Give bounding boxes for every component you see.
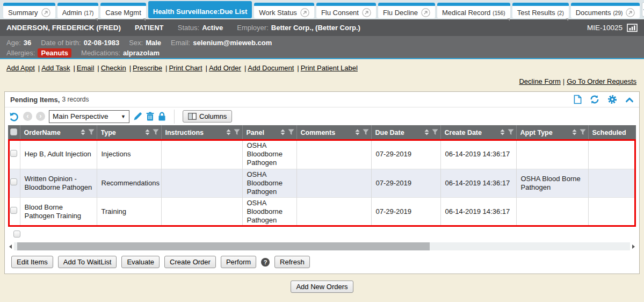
scrollbar-thumb[interactable] — [17, 242, 430, 250]
refresh-button[interactable]: Refresh — [274, 256, 310, 268]
lock-icon[interactable] — [158, 112, 166, 121]
collapse-chevron-icon[interactable] — [625, 97, 634, 103]
columns-button[interactable]: Columns — [183, 110, 232, 123]
tab-corner-fold-icon — [143, 18, 146, 21]
tab-medical-record[interactable]: Medical Record (156) — [437, 3, 510, 18]
sort-icon[interactable] — [500, 129, 505, 137]
add-task-link[interactable]: Add Task — [41, 64, 77, 72]
horizontal-scrollbar[interactable] — [9, 242, 635, 250]
column-header-panel[interactable]: Panel — [242, 125, 296, 140]
filter-icon[interactable] — [580, 129, 586, 137]
sort-icon[interactable] — [280, 129, 285, 137]
help-icon[interactable]: ? — [261, 258, 270, 267]
filter-icon[interactable] — [432, 129, 438, 137]
tab-work-status[interactable]: Work Status — [254, 3, 314, 18]
refresh-icon[interactable] — [590, 95, 599, 104]
undo-icon[interactable] — [9, 112, 19, 121]
sort-icon[interactable] — [355, 129, 360, 137]
trash-icon[interactable] — [146, 112, 154, 121]
tab-summary[interactable]: Summary — [3, 3, 55, 18]
pending-items-table: OrderName Type Instructions Panel Commen… — [8, 125, 636, 226]
new-document-icon[interactable] — [574, 95, 582, 104]
tab-overflow-button[interactable] — [642, 2, 644, 17]
checkin-link[interactable]: Checkin — [101, 64, 133, 72]
column-header-due-date[interactable]: Due Date — [371, 125, 440, 140]
filter-icon[interactable] — [88, 129, 95, 137]
scroll-right-arrow[interactable] — [632, 245, 635, 249]
sort-icon[interactable] — [572, 129, 577, 137]
column-header-type[interactable]: Type — [97, 125, 161, 140]
filter-icon[interactable] — [363, 129, 369, 137]
sort-icon[interactable] — [424, 129, 429, 137]
row-checkbox[interactable] — [10, 150, 17, 157]
tab-flu-decline[interactable]: Flu Decline — [378, 3, 435, 18]
patient-header-bar: ANDERSON, FREDERICK (FRED) PATIENT Statu… — [0, 19, 644, 36]
bar-chart-icon[interactable] — [627, 24, 638, 32]
history-forward-icon[interactable]: › — [36, 112, 45, 121]
sort-icon[interactable] — [145, 129, 150, 137]
column-header-scheduled[interactable]: Scheduled — [588, 125, 636, 140]
cell-instructions — [161, 140, 242, 169]
open-in-new-icon[interactable] — [626, 8, 635, 17]
print-patient-label-link[interactable]: Print Patient Label — [301, 64, 358, 72]
add-new-orders-button[interactable]: Add New Orders — [291, 281, 353, 293]
perform-button[interactable]: Perform — [221, 256, 256, 268]
create-order-button[interactable]: Create Order — [164, 256, 216, 268]
filter-icon[interactable] — [234, 129, 240, 137]
gear-icon[interactable] — [607, 95, 617, 104]
select-all-header-cell — [8, 125, 20, 140]
tab-flu-consent[interactable]: Flu Consent — [316, 3, 376, 18]
column-header-comments[interactable]: Comments — [296, 125, 371, 140]
add-order-link[interactable]: Add Order — [209, 64, 248, 72]
toolbar-divider — [174, 110, 175, 124]
filter-icon[interactable] — [288, 129, 294, 137]
edit-pencil-icon[interactable] — [133, 112, 142, 121]
grid-action-buttons: Edit Items Add To WaitList Evaluate Crea… — [5, 250, 639, 274]
tab-documents[interactable]: Documents (29) — [571, 3, 640, 18]
cell-create-date: 06-14-2019 14:36:17 — [440, 140, 516, 169]
column-header-create-date[interactable]: Create Date — [440, 125, 516, 140]
decline-form-link[interactable]: Decline Form — [519, 77, 560, 85]
tab-case-mgmt[interactable]: Case Mgmt — [100, 3, 146, 18]
table-row: Blood Borne Pathogen Training Training O… — [8, 197, 636, 226]
column-header-ordername[interactable]: OrderName — [20, 125, 97, 140]
scroll-left-arrow[interactable] — [9, 245, 12, 249]
open-in-new-icon[interactable] — [362, 8, 371, 17]
select-all-checkbox[interactable] — [10, 128, 17, 135]
add-document-link[interactable]: Add Document — [248, 64, 300, 72]
cell-type: Recommendations — [97, 169, 161, 197]
prescribe-link[interactable]: Prescribe — [133, 64, 169, 72]
evaluate-button[interactable]: Evaluate — [121, 256, 160, 268]
column-header-appt-type[interactable]: Appt Type — [516, 125, 588, 140]
filter-icon[interactable] — [153, 129, 159, 137]
cell-panel: OSHA Bloodborne Pathogen — [242, 197, 296, 226]
history-back-icon[interactable]: ‹ — [23, 112, 32, 121]
row-checkbox[interactable] — [10, 207, 17, 214]
open-in-new-icon[interactable] — [41, 8, 50, 17]
table-row: Hep B, Adult Injection Injections OSHA B… — [8, 140, 636, 169]
print-chart-link[interactable]: Print Chart — [169, 64, 209, 72]
email-link[interactable]: Email — [77, 64, 101, 72]
row-checkbox[interactable] — [10, 178, 17, 185]
allergy-badge[interactable]: Peanuts — [38, 48, 71, 57]
column-header-instructions[interactable]: Instructions — [161, 125, 242, 140]
select-all-bottom-checkbox[interactable] — [13, 231, 20, 238]
cell-create-date: 06-14-2019 14:36:17 — [440, 169, 516, 197]
tab-admin[interactable]: Admin (17) — [57, 3, 99, 18]
sort-icon[interactable] — [81, 129, 85, 137]
open-in-new-icon[interactable] — [421, 8, 430, 17]
add-appt-link[interactable]: Add Appt — [6, 64, 41, 72]
perspective-select[interactable]: Main Perspective ▼ — [49, 110, 129, 123]
add-to-waitlist-button[interactable]: Add To WaitList — [58, 256, 117, 268]
sort-icon[interactable] — [226, 129, 231, 137]
filter-icon[interactable] — [508, 129, 514, 137]
scrollbar-track[interactable] — [14, 242, 630, 250]
tab-test-results[interactable]: Test Results (2) — [512, 3, 569, 18]
employer-value: Better Corp., (Better Corp.) — [271, 24, 360, 32]
tab-corner-fold-icon — [95, 18, 98, 21]
open-in-new-icon[interactable] — [300, 8, 309, 17]
edit-items-button[interactable]: Edit Items — [11, 256, 53, 268]
cell-type: Injections — [97, 140, 161, 169]
tab-health-surveillance-due-list[interactable]: Health Surveillance:Due List — [148, 1, 252, 18]
go-to-order-requests-link[interactable]: Go To Order Requests — [567, 77, 636, 85]
